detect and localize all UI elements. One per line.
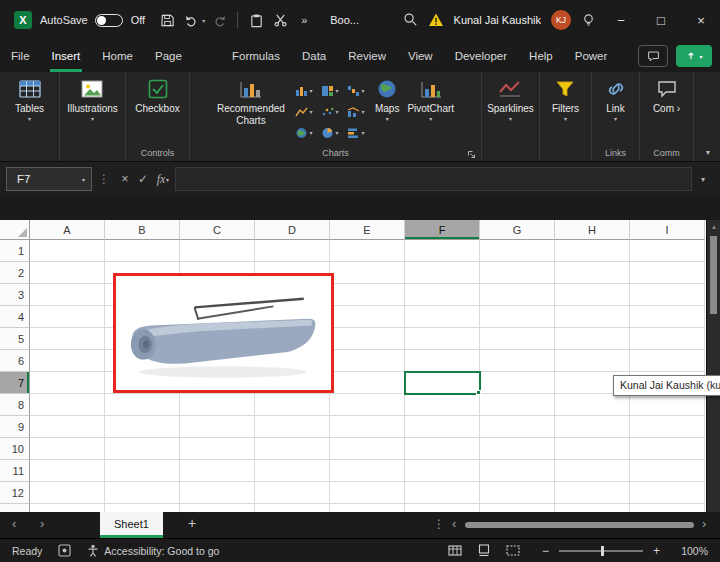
tab-insert[interactable]: Insert: [41, 40, 92, 72]
insert-scatter-chart-button[interactable]: ▾: [317, 101, 343, 122]
page-break-view-icon[interactable]: [506, 544, 520, 557]
more-commands-button[interactable]: »: [294, 9, 314, 31]
grid-cells[interactable]: [30, 240, 705, 512]
insert-pie-chart-button[interactable]: ▾: [317, 122, 343, 143]
row-header-12[interactable]: 12: [0, 482, 30, 504]
horizontal-scroll-thumb[interactable]: [465, 522, 694, 528]
tables-button[interactable]: Tables ▾: [11, 76, 48, 124]
page-layout-view-icon[interactable]: [477, 544, 491, 557]
insert-waterfall-chart-button[interactable]: ▾: [343, 80, 369, 101]
tab-view[interactable]: View: [397, 40, 444, 72]
zoom-in-button[interactable]: +: [653, 544, 660, 558]
drag-handle-icon[interactable]: ⋮: [98, 172, 110, 186]
expand-formula-bar-button[interactable]: ▾: [692, 175, 714, 184]
pivotchart-button[interactable]: PivotChart ▾: [403, 76, 458, 124]
excel-logo-icon[interactable]: X: [14, 11, 32, 29]
tab-page-layout[interactable]: Page Layout: [144, 40, 221, 72]
tab-help[interactable]: Help: [518, 40, 564, 72]
checkbox-button[interactable]: Checkbox: [131, 76, 183, 117]
macro-record-button[interactable]: [58, 544, 71, 557]
sheet-tab-sheet1[interactable]: Sheet1: [100, 512, 163, 538]
share-button[interactable]: ▾: [676, 45, 712, 67]
warning-icon[interactable]: [428, 12, 444, 28]
dialog-launcher-icon[interactable]: [467, 150, 476, 159]
insert-hierarchy-chart-button[interactable]: ▾: [317, 80, 343, 101]
row-header-3[interactable]: 3: [0, 284, 30, 306]
horizontal-scrollbar[interactable]: [465, 522, 694, 528]
scroll-up-icon[interactable]: ▴: [707, 220, 720, 234]
tab-home[interactable]: Home: [91, 40, 144, 72]
row-header-8[interactable]: 8: [0, 394, 30, 416]
comment-button[interactable]: Com ›: [649, 76, 684, 117]
recommended-charts-button[interactable]: Recommended Charts: [213, 76, 289, 128]
hscroll-right-icon[interactable]: ›: [702, 516, 706, 531]
column-header-a[interactable]: A: [30, 220, 105, 240]
paste-button[interactable]: [246, 9, 266, 31]
collapse-ribbon-button[interactable]: ▾: [706, 148, 710, 157]
redo-button[interactable]: [209, 9, 229, 31]
row-header-6[interactable]: 6: [0, 350, 30, 372]
undo-chevron-icon[interactable]: ▾: [202, 17, 205, 24]
undo-button[interactable]: [181, 9, 201, 31]
cancel-button[interactable]: ×: [116, 172, 134, 186]
accessibility-status[interactable]: Accessibility: Good to go: [104, 545, 219, 557]
column-header-e[interactable]: E: [330, 220, 405, 240]
add-sheet-button[interactable]: +: [188, 515, 196, 531]
normal-view-icon[interactable]: [448, 544, 462, 557]
user-name[interactable]: Kunal Jai Kaushik: [454, 14, 541, 26]
tab-data[interactable]: Data: [291, 40, 337, 72]
row-header-7[interactable]: 7: [0, 372, 30, 394]
comments-button[interactable]: [638, 45, 668, 67]
autosave-toggle[interactable]: [95, 14, 123, 27]
column-header-g[interactable]: G: [480, 220, 555, 240]
column-header-h[interactable]: H: [555, 220, 630, 240]
hscroll-left-icon[interactable]: ‹: [452, 516, 456, 531]
tab-power-pivot[interactable]: Power Pivot: [564, 40, 638, 72]
tab-file[interactable]: File: [0, 40, 41, 72]
name-box[interactable]: F7 ▾: [6, 167, 92, 191]
insert-combo-chart-button[interactable]: ▾: [343, 101, 369, 122]
avatar[interactable]: KJ: [551, 10, 571, 30]
row-header-4[interactable]: 4: [0, 306, 30, 328]
selected-picture[interactable]: [113, 273, 334, 393]
column-header-c[interactable]: C: [180, 220, 255, 240]
insert-map-chart-button[interactable]: ▾: [291, 122, 317, 143]
tab-developer[interactable]: Developer: [444, 40, 518, 72]
row-header-2[interactable]: 2: [0, 262, 30, 284]
sparklines-button[interactable]: Sparklines ▾: [483, 76, 538, 124]
column-header-i[interactable]: I: [630, 220, 705, 240]
fill-handle[interactable]: [476, 390, 481, 395]
next-sheet-icon[interactable]: ›: [40, 516, 44, 531]
document-title[interactable]: Boo...: [330, 14, 359, 26]
maps-button[interactable]: Maps ▾: [371, 76, 403, 124]
filters-button[interactable]: Filters ▾: [548, 76, 583, 124]
enter-button[interactable]: ✓: [134, 172, 152, 186]
column-header-b[interactable]: B: [105, 220, 180, 240]
minimize-button[interactable]: −: [606, 5, 636, 35]
row-header-1[interactable]: 1: [0, 240, 30, 262]
close-button[interactable]: ×: [686, 5, 716, 35]
zoom-out-button[interactable]: −: [542, 544, 549, 558]
row-header-5[interactable]: 5: [0, 328, 30, 350]
zoom-slider[interactable]: [559, 550, 643, 552]
vertical-scroll-thumb[interactable]: [710, 236, 717, 314]
accessibility-button[interactable]: [87, 544, 99, 557]
link-button[interactable]: Link ▾: [600, 76, 632, 124]
column-header-d[interactable]: D: [255, 220, 330, 240]
zoom-level[interactable]: 100%: [674, 545, 708, 557]
lightbulb-icon[interactable]: [581, 13, 596, 28]
insert-line-chart-button[interactable]: ▾: [291, 101, 317, 122]
illustrations-button[interactable]: Illustrations ▾: [63, 76, 122, 124]
vertical-scrollbar[interactable]: ▴: [706, 220, 720, 512]
column-header-f[interactable]: F: [405, 220, 480, 240]
tab-formulas[interactable]: Formulas: [221, 40, 291, 72]
row-header-9[interactable]: 9: [0, 416, 30, 438]
selected-cell[interactable]: [404, 371, 481, 395]
search-button[interactable]: [403, 12, 418, 29]
row-header-10[interactable]: 10: [0, 438, 30, 460]
insert-column-chart-button[interactable]: ▾: [291, 80, 317, 101]
zoom-slider-thumb[interactable]: [601, 546, 604, 556]
select-all-corner[interactable]: [0, 220, 30, 240]
formula-input[interactable]: [175, 167, 692, 191]
sheet-options-icon[interactable]: ⋮: [433, 517, 445, 531]
